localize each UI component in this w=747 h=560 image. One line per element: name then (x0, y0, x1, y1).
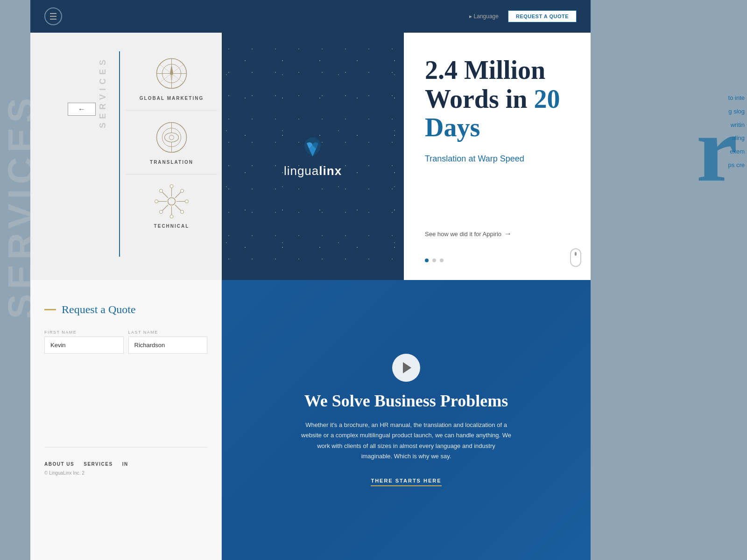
header-bar: ▸ Language REQUEST A QUOTE (30, 0, 591, 33)
there-starts-button[interactable]: THERE STARTS HERE (371, 478, 441, 486)
services-panel: SERVICES ← (30, 33, 222, 280)
last-name-field: LAST NAME (128, 330, 208, 354)
svg-point-26 (155, 200, 158, 203)
footer-nav-links: ABOUT US SERVICES IN (44, 462, 207, 467)
svg-point-24 (170, 185, 173, 188)
svg-point-15 (168, 198, 176, 205)
svg-point-12 (169, 135, 174, 140)
hero-heading-words-in: Words in (425, 84, 534, 113)
bottom-section: Request a Quote FIRST NAME LAST NAME ABO… (30, 280, 591, 560)
first-name-field: FIRST NAME (44, 330, 124, 354)
logo-icon (284, 135, 342, 160)
footer-link-in[interactable]: IN (122, 462, 128, 467)
video-description: Whether it's a brochure, an HR manual, t… (301, 420, 511, 461)
svg-point-31 (160, 210, 163, 214)
svg-point-29 (181, 210, 184, 214)
service-item-translation[interactable]: TRANSLATION (126, 111, 217, 175)
global-marketing-label: GLOBAL MARKETING (126, 96, 217, 101)
quote-title-row: Request a Quote (44, 303, 207, 316)
see-how-link[interactable]: See how we did it for Appirio → (425, 230, 512, 238)
video-panel: We Solve Business Problems Whether it's … (222, 280, 591, 560)
last-name-label: LAST NAME (128, 330, 208, 335)
service-items-list: GLOBAL MARKETING TRANSLATION (126, 47, 217, 238)
logo-part2: linx (319, 164, 342, 178)
name-form-row: FIRST NAME LAST NAME (44, 330, 207, 354)
logo: lingualinx (284, 135, 342, 178)
back-arrow-icon: ← (78, 105, 85, 113)
quote-dash-decoration (44, 309, 56, 310)
play-button[interactable] (392, 354, 420, 382)
services-vertical-label: SERVICES (98, 56, 108, 128)
svg-point-28 (160, 189, 163, 193)
request-quote-button[interactable]: REQUEST A QUOTE (508, 10, 577, 22)
footer-link-about[interactable]: ABOUT US (44, 462, 74, 467)
slide-dots (425, 259, 444, 262)
footer-link-services[interactable]: SERVICES (84, 462, 113, 467)
svg-point-30 (181, 189, 184, 193)
svg-point-27 (185, 200, 189, 203)
logo-part1: lingua (284, 164, 319, 178)
footer-nav: ABOUT US SERVICES IN © LinguaLinx Inc. 2 (44, 447, 207, 476)
svg-point-11 (165, 133, 179, 142)
svg-point-8 (170, 72, 173, 75)
quote-title: Request a Quote (62, 303, 136, 316)
see-how-text: See how we did it for Appirio (425, 231, 501, 238)
technical-label: TECHNICAL (126, 224, 217, 229)
back-button[interactable]: ← (68, 103, 96, 116)
scroll-indicator (570, 248, 581, 267)
hamburger-icon (50, 13, 56, 20)
translation-label: TRANSLATION (126, 160, 217, 165)
service-item-global-marketing[interactable]: GLOBAL MARKETING (126, 47, 217, 111)
hero-panel: 2.4 Million Words in 20 Days Translation… (404, 33, 591, 280)
quote-panel: Request a Quote FIRST NAME LAST NAME ABO… (30, 280, 222, 560)
global-marketing-icon (154, 56, 189, 91)
panels-row: SERVICES ← (30, 33, 591, 280)
header-right-controls: ▸ Language REQUEST A QUOTE (469, 10, 577, 22)
technical-icon (154, 184, 189, 219)
services-divider (119, 51, 120, 257)
service-item-technical[interactable]: TECHNICAL (126, 175, 217, 238)
language-selector[interactable]: ▸ Language (469, 13, 499, 20)
first-name-input[interactable] (44, 336, 124, 354)
svg-point-25 (170, 215, 173, 218)
language-label: Language (474, 13, 499, 20)
center-logo-panel: lingualinx (222, 33, 404, 280)
play-icon (403, 362, 411, 373)
language-arrow: ▸ (469, 13, 472, 20)
dot-3[interactable] (440, 259, 444, 262)
menu-button[interactable] (44, 7, 62, 25)
dot-1[interactable] (425, 259, 429, 262)
hero-subtitle: Translation at Warp Speed (425, 154, 570, 164)
logo-text: lingualinx (284, 164, 342, 178)
right-edge-large-letter: r (696, 103, 738, 196)
first-name-label: FIRST NAME (44, 330, 124, 335)
footer-copyright: © LinguaLinx Inc. 2 (44, 470, 207, 476)
dot-2[interactable] (432, 259, 436, 262)
hero-heading-line1: 2.4 Million (425, 56, 545, 84)
see-how-arrow-icon: → (504, 230, 512, 238)
translation-icon (154, 120, 189, 155)
last-name-input[interactable] (128, 336, 208, 354)
video-title: We Solve Business Problems (304, 391, 508, 411)
hero-heading: 2.4 Million Words in 20 Days (425, 56, 570, 142)
